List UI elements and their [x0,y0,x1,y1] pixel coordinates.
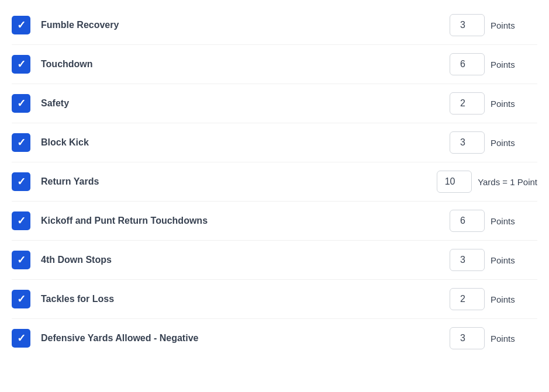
checkbox-block-kick[interactable]: ✓ [12,133,30,152]
unit-label-safety: Points [491,99,537,109]
points-input-tackles-for-loss[interactable] [450,288,485,310]
points-input-return-yards[interactable] [437,171,472,193]
checkmark-icon: ✓ [17,20,26,30]
points-input-defensive-yards-allowed-negative[interactable] [450,327,485,349]
scoring-row: ✓TouchdownPoints [12,45,537,84]
label-kickoff-punt-return-touchdowns: Kickoff and Punt Return Touchdowns [41,216,438,226]
points-input-wrapper: Points [450,288,537,310]
label-tackles-for-loss: Tackles for Loss [41,294,438,304]
checkbox-safety[interactable]: ✓ [12,94,30,113]
checkbox-touchdown[interactable]: ✓ [12,55,30,74]
checkbox-kickoff-punt-return-touchdowns[interactable]: ✓ [12,211,30,230]
unit-label-4th-down-stops: Points [491,255,537,265]
scoring-row: ✓Fumble RecoveryPoints [12,6,537,45]
checkmark-icon: ✓ [17,59,26,70]
scoring-row: ✓Return YardsYards = 1 Point [12,162,537,202]
checkbox-return-yards[interactable]: ✓ [12,172,30,191]
points-input-wrapper: Points [450,249,537,271]
points-input-touchdown[interactable] [450,53,485,75]
label-safety: Safety [41,98,438,109]
points-input-wrapper: Points [450,327,537,349]
checkmark-icon: ✓ [17,137,26,148]
checkbox-fumble-recovery[interactable]: ✓ [12,16,30,34]
scoring-list: ✓Fumble RecoveryPoints✓TouchdownPoints✓S… [12,6,537,358]
points-input-wrapper: Points [450,14,537,36]
points-input-block-kick[interactable] [450,131,485,154]
label-4th-down-stops: 4th Down Stops [41,255,438,265]
scoring-row: ✓Block KickPoints [12,123,537,162]
checkmark-icon: ✓ [17,176,26,187]
points-input-wrapper: Yards = 1 Point [437,171,537,193]
points-input-4th-down-stops[interactable] [450,249,485,271]
points-input-safety[interactable] [450,92,485,115]
checkmark-icon: ✓ [17,98,26,109]
label-fumble-recovery: Fumble Recovery [41,20,438,30]
checkmark-icon: ✓ [17,255,26,265]
unit-label-fumble-recovery: Points [491,20,537,30]
points-input-wrapper: Points [450,53,537,75]
label-block-kick: Block Kick [41,137,438,148]
label-return-yards: Return Yards [41,176,425,187]
points-input-wrapper: Points [450,92,537,115]
unit-label-touchdown: Points [491,60,537,70]
unit-label-block-kick: Points [491,138,537,148]
checkmark-icon: ✓ [17,333,26,344]
unit-label-defensive-yards-allowed-negative: Points [491,334,537,344]
checkbox-4th-down-stops[interactable]: ✓ [12,251,30,269]
points-input-wrapper: Points [450,131,537,154]
scoring-row: ✓Tackles for LossPoints [12,280,537,319]
points-input-wrapper: Points [450,210,537,232]
points-input-fumble-recovery[interactable] [450,14,485,36]
checkmark-icon: ✓ [17,216,26,226]
points-input-kickoff-punt-return-touchdowns[interactable] [450,210,485,232]
scoring-row: ✓Kickoff and Punt Return TouchdownsPoint… [12,202,537,241]
label-defensive-yards-allowed-negative: Defensive Yards Allowed - Negative [41,333,438,344]
label-touchdown: Touchdown [41,59,438,70]
unit-label-tackles-for-loss: Points [491,294,537,304]
checkmark-icon: ✓ [17,294,26,304]
checkbox-defensive-yards-allowed-negative[interactable]: ✓ [12,329,30,348]
scoring-row: ✓Defensive Yards Allowed - NegativePoint… [12,319,537,358]
checkbox-tackles-for-loss[interactable]: ✓ [12,290,30,308]
scoring-row: ✓4th Down StopsPoints [12,241,537,280]
scoring-row: ✓SafetyPoints [12,84,537,123]
unit-label-return-yards: Yards = 1 Point [478,177,537,187]
unit-label-kickoff-punt-return-touchdowns: Points [491,216,537,226]
